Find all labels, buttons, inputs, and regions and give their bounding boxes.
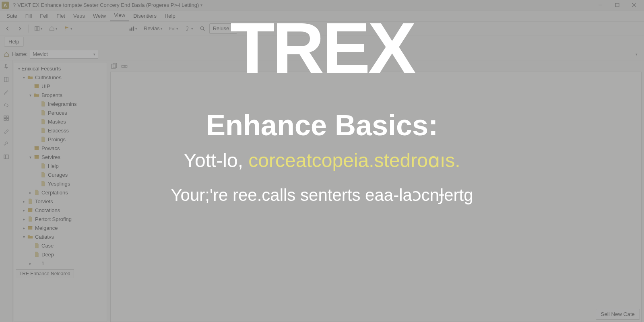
tree-label: Peruces: [48, 110, 67, 116]
tree-node[interactable]: ▸Cerplations: [14, 188, 107, 197]
tree-node[interactable]: ▾Bropents: [14, 91, 107, 99]
new-cate-button[interactable]: Sell New Cate: [596, 309, 640, 320]
tree-label: Catiatvs: [35, 234, 54, 240]
module-icon: [33, 83, 40, 89]
tree-node[interactable]: ▾Cuthstunes: [14, 73, 107, 82]
menu-wetw[interactable]: Wetw: [89, 11, 110, 21]
tree-node[interactable]: Case: [14, 241, 107, 250]
menu-disentiers[interactable]: Disentiers: [129, 11, 161, 21]
grid-icon[interactable]: [2, 114, 11, 122]
tree-node[interactable]: Irelegramins: [14, 99, 107, 108]
svg-rect-24: [35, 155, 39, 157]
home-icon[interactable]: [2, 50, 10, 58]
tree-label: Cerplations: [41, 190, 68, 196]
tree-twisty-icon[interactable]: ▸: [28, 261, 33, 266]
reluse-dropdown[interactable]: Reluse▾: [209, 23, 237, 34]
tree-node[interactable]: UIP: [14, 82, 107, 91]
home-dropdown[interactable]: ▾: [47, 23, 60, 34]
title-dropdown-caret-icon[interactable]: ▾: [200, 3, 202, 7]
tree-twisty-icon[interactable]: ▸: [21, 226, 26, 230]
menu-view[interactable]: View: [110, 10, 129, 21]
tree-label: Cuthstunes: [35, 74, 62, 80]
tree-twisty-icon[interactable]: ▸: [21, 208, 26, 213]
layout-dropdown[interactable]: ▾: [32, 23, 45, 34]
menu-help[interactable]: Help: [161, 11, 180, 21]
name-field[interactable]: Mevict▾: [30, 50, 98, 59]
svg-rect-15: [4, 118, 6, 120]
page-icon: [33, 242, 40, 249]
tree-node[interactable]: ▸1: [14, 259, 107, 268]
tree-twisty-icon[interactable]: ▾: [21, 75, 26, 80]
minimize-button[interactable]: [592, 0, 609, 10]
collapse-caret-icon[interactable]: ▾: [636, 52, 642, 56]
close-button[interactable]: [625, 0, 642, 10]
menu-fill[interactable]: Fill: [21, 11, 36, 21]
tree-twisty-icon[interactable]: ▸: [21, 199, 26, 204]
svg-rect-28: [28, 226, 33, 227]
project-tree-panel[interactable]: ▾Enixical Fecsurts▾CuthstunesUIP▾Bropent…: [14, 62, 107, 322]
svg-rect-8: [133, 26, 134, 31]
tree-node[interactable]: Maskes: [14, 117, 107, 126]
tree-node[interactable]: ▾Catiatvs: [14, 232, 107, 241]
flag-dropdown[interactable]: ▾: [62, 23, 75, 34]
main-area: [109, 60, 644, 322]
book-icon[interactable]: [2, 75, 11, 84]
menu-veus[interactable]: Veus: [69, 11, 89, 21]
wrench-icon[interactable]: [2, 139, 11, 148]
folder-icon: [33, 92, 40, 98]
title-help-icon[interactable]: ?: [13, 2, 16, 8]
maximize-button[interactable]: [609, 0, 625, 10]
copy-icon[interactable]: [110, 63, 118, 70]
canvas[interactable]: [110, 72, 642, 322]
tree-twisty-icon[interactable]: ▾: [28, 93, 33, 97]
tree-node[interactable]: Help: [14, 161, 107, 170]
chart-dropdown[interactable]: ▾: [126, 23, 140, 34]
tree-node[interactable]: Peruces: [14, 108, 107, 117]
page-icon: [40, 171, 46, 178]
brush-icon[interactable]: [2, 126, 11, 135]
tree-node[interactable]: ▸Melgance: [14, 223, 107, 232]
search-button[interactable]: [197, 23, 208, 34]
tree-twisty-icon[interactable]: ▾: [17, 66, 21, 71]
folder-icon: [27, 233, 33, 240]
tree-node[interactable]: Elacesss: [14, 126, 107, 135]
menu-flet[interactable]: Flet: [52, 11, 69, 21]
tree-twisty-icon[interactable]: ▸: [21, 217, 26, 221]
function-dropdown[interactable]: ▾: [182, 23, 196, 34]
tree-label: Irelegramins: [48, 101, 77, 107]
revias-dropdown[interactable]: Revias▾: [141, 23, 165, 34]
menu-sute[interactable]: Sute: [2, 11, 21, 21]
tree-node[interactable]: Yesplings: [14, 179, 107, 188]
tree-node[interactable]: ▸Cncrations: [14, 206, 107, 215]
tree-node[interactable]: Curages: [14, 170, 107, 179]
tree-twisty-icon[interactable]: ▸: [28, 190, 33, 195]
page-icon: [27, 216, 33, 222]
help-chip[interactable]: Help: [4, 37, 24, 47]
ruler-icon[interactable]: [121, 63, 128, 70]
eal-dropdown[interactable]: Eal▾: [167, 23, 181, 34]
svg-rect-14: [6, 116, 8, 118]
tree-label: Pertort Sprofing: [35, 216, 72, 222]
tree-node[interactable]: Powacs: [14, 144, 107, 153]
tree-node[interactable]: Deep: [14, 250, 107, 259]
tree-node[interactable]: ▾Setvires: [14, 153, 107, 161]
module-icon: [27, 207, 33, 213]
tree-node[interactable]: ▸Pertort Sprofing: [14, 215, 107, 223]
tree-node[interactable]: Proings: [14, 135, 107, 144]
pencil-icon[interactable]: [2, 88, 11, 97]
tree-root[interactable]: ▾Enixical Fecsurts: [14, 64, 107, 73]
tree-label: Deep: [41, 252, 54, 258]
tree-twisty-icon[interactable]: ▾: [28, 155, 33, 159]
pin-icon[interactable]: [2, 62, 11, 71]
tree-node[interactable]: ▸Torviets: [14, 197, 107, 206]
nav-back-button[interactable]: [2, 23, 13, 34]
link-icon[interactable]: [2, 101, 11, 109]
tree-label: Help: [48, 163, 59, 169]
menu-fell[interactable]: Fell: [36, 11, 52, 21]
tree-twisty-icon[interactable]: ▾: [21, 235, 26, 239]
nav-forward-button[interactable]: [14, 23, 25, 34]
menu-bar: Sute Fill Fell Flet Veus Wetw View Disen…: [0, 10, 644, 22]
panel-icon[interactable]: [2, 152, 11, 161]
page-icon: [33, 189, 40, 196]
page-icon: [40, 118, 46, 125]
